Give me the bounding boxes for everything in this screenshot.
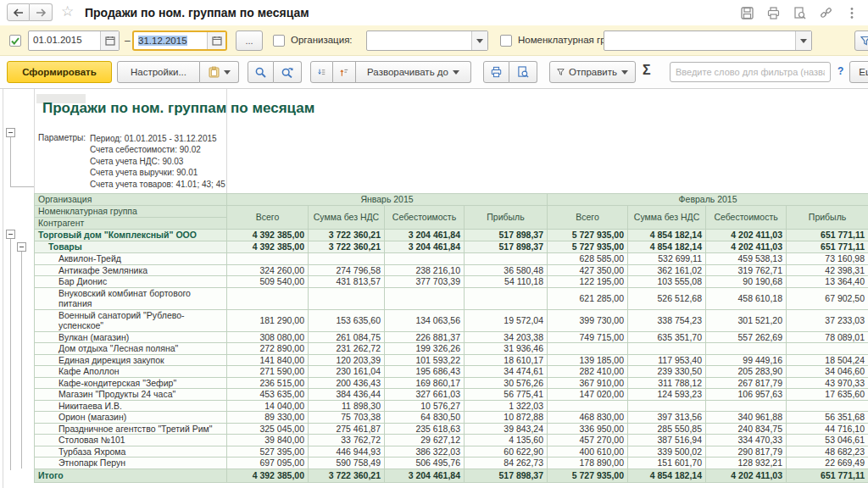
collapse-organization-box[interactable] (6, 230, 15, 239)
link-icon[interactable] (818, 5, 833, 20)
organization-combobox[interactable] (366, 30, 488, 51)
expand-to-button[interactable]: Разворачивать до (356, 61, 471, 83)
cell-value: 169 860,17 (385, 377, 465, 389)
calendar-icon[interactable] (207, 32, 225, 49)
search-button[interactable] (248, 61, 274, 83)
nomenclature-group-checkbox[interactable] (500, 35, 512, 47)
cell-value: 339 500,02 (628, 446, 706, 458)
table-row[interactable]: Этнопарк Перун697 095,00590 758,49506 49… (35, 458, 868, 469)
filter-funnel-button[interactable] (854, 30, 868, 51)
table-row[interactable]: Торговый дом "Комплексный" ООО4 392 385,… (35, 230, 868, 241)
row-name: Вулкан (магазин) (35, 331, 227, 343)
cell-value: 89 330,00 (227, 412, 309, 424)
forward-button[interactable] (30, 3, 53, 21)
table-row[interactable]: Столовая №10139 840,0033 762,7229 627,12… (35, 435, 868, 446)
help-link[interactable]: ? (837, 65, 843, 77)
cell-value: 285 550,85 (628, 423, 706, 435)
table-row[interactable]: Турбаза Яхрома527 395,00446 944,93386 32… (35, 446, 868, 458)
row-name: Никитаева И.В. (35, 400, 227, 412)
cell-value: 205 283,90 (706, 366, 787, 378)
cell-value (309, 253, 385, 265)
collapse-groups-icon-button[interactable] (333, 61, 356, 83)
row-name: Магазин "Продукты 24 часа" (35, 389, 227, 401)
cell-value: 120 203,39 (309, 354, 385, 366)
settings-button[interactable]: Настройки... (117, 61, 200, 83)
row-name: Внуковский комбинат бортового питания (35, 287, 227, 309)
table-row[interactable]: Бар Дионис509 540,00431 813,57377 703,39… (35, 276, 868, 288)
reset-search-button[interactable] (274, 61, 302, 83)
cell-value: 90 190,68 (706, 276, 787, 288)
more-menu-icon[interactable] (844, 5, 860, 20)
date-to-field[interactable]: 31.12.2015 (132, 30, 227, 51)
tree-line (10, 239, 11, 470)
table-row[interactable]: Аквилон-Трейд628 585,00532 699,11459 538… (35, 253, 868, 265)
favorite-star-icon[interactable]: ☆ (61, 3, 74, 20)
table-row[interactable]: Антикафе Земляника324 260,00274 796,5823… (35, 264, 868, 276)
cell-value: 31 936,46 (465, 343, 548, 355)
cell-value: 387 516,94 (628, 435, 706, 446)
cell-value: 117 953,40 (628, 354, 706, 366)
cell-value: 17 635,60 (787, 389, 868, 401)
table-row[interactable]: Единая дирекция закупок141 840,00120 203… (35, 354, 868, 366)
nomenclature-group-combobox[interactable] (604, 30, 812, 51)
report-variants-button[interactable] (200, 61, 239, 83)
table-row[interactable]: Никитаева И.В.14 040,0011 898,3010 576,2… (35, 400, 868, 412)
save-icon[interactable] (739, 5, 754, 20)
cell-value: 4 854 182,14 (628, 469, 706, 482)
collapse-header-box[interactable] (6, 128, 15, 137)
more-actions-button[interactable]: Еще (849, 61, 868, 83)
cell-value: 532 699,11 (628, 253, 706, 265)
header-organization: Организация (35, 194, 227, 206)
table-row[interactable]: Вулкан (магазин)308 080,00261 084,75226 … (35, 331, 868, 343)
collapse-group-box[interactable] (17, 242, 26, 252)
cell-value: 39 840,00 (227, 435, 309, 446)
period-options-button[interactable]: ... (236, 30, 263, 51)
cell-value: 33 762,72 (309, 435, 385, 446)
row-name: Товары (35, 241, 227, 253)
table-row[interactable]: Кафе-кондитерская "Зефир"236 515,00200 4… (35, 377, 868, 389)
row-name: Кафе Аполлон (35, 366, 227, 378)
cell-value: 67 902,50 (787, 287, 868, 309)
preview-icon[interactable] (792, 5, 807, 20)
cell-value: 37 233,03 (787, 309, 868, 331)
print-button[interactable] (483, 61, 509, 83)
back-button[interactable] (7, 3, 30, 21)
date-from-field[interactable]: 01.01.2015 (28, 30, 120, 51)
table-row[interactable]: Внуковский комбинат бортового питания621… (35, 287, 868, 309)
cell-value: 5 727 935,00 (548, 241, 628, 253)
cell-value: 44 716,10 (787, 423, 868, 435)
panel-left-edge (3, 89, 3, 488)
header-month-february: Февраль 2015 (548, 194, 868, 206)
calendar-icon[interactable] (100, 31, 119, 50)
send-button[interactable]: Отправить (549, 61, 636, 83)
row-name: Орион (магазин) (35, 412, 227, 424)
cell-value: 3 722 360,21 (309, 241, 385, 253)
print-icon[interactable] (765, 5, 781, 20)
table-row[interactable]: Товары4 392 385,003 722 360,213 204 461,… (35, 241, 868, 253)
table-row[interactable]: Кафе Аполлон271 590,00230 161,04195 686,… (35, 366, 868, 378)
quick-filter-input[interactable] (670, 62, 831, 82)
toolbar: Сформировать Настройки... Разворачивать … (0, 56, 868, 89)
cell-value: 54 110,18 (465, 276, 548, 288)
cell-value: 459 538,13 (706, 253, 787, 265)
table-row[interactable]: Праздничное агентство "Третий Рим"325 04… (35, 423, 868, 435)
organization-checkbox[interactable] (273, 35, 285, 47)
table-row[interactable]: Дом отдыха "Лесная поляна"272 890,00231 … (35, 343, 868, 355)
sum-sigma-icon[interactable]: Σ (643, 63, 651, 78)
table-row[interactable]: Магазин "Продукты 24 часа"453 635,00384 … (35, 389, 868, 401)
cell-value: 236 515,00 (227, 377, 309, 389)
generate-button[interactable]: Сформировать (7, 61, 112, 83)
expand-groups-icon-button[interactable] (310, 61, 333, 83)
table-row[interactable]: Итого4 392 385,003 722 360,213 204 461,8… (35, 469, 868, 482)
table-row[interactable]: Орион (магазин)89 330,0075 703,3864 830,… (35, 412, 868, 424)
row-name: Турбаза Яхрома (35, 446, 227, 458)
period-checkbox[interactable] (9, 35, 21, 47)
cell-value: 308 080,00 (227, 331, 309, 343)
table-row[interactable]: Военный санаторий "Рублево-успенское"181… (35, 309, 868, 331)
chevron-down-icon[interactable] (471, 31, 487, 50)
cell-value: 151 601,70 (628, 458, 706, 469)
print-preview-button[interactable] (509, 61, 537, 83)
chevron-down-icon[interactable] (795, 31, 811, 50)
cell-value: 101 593,22 (385, 354, 465, 366)
cell-value: 1 322,03 (465, 400, 548, 412)
